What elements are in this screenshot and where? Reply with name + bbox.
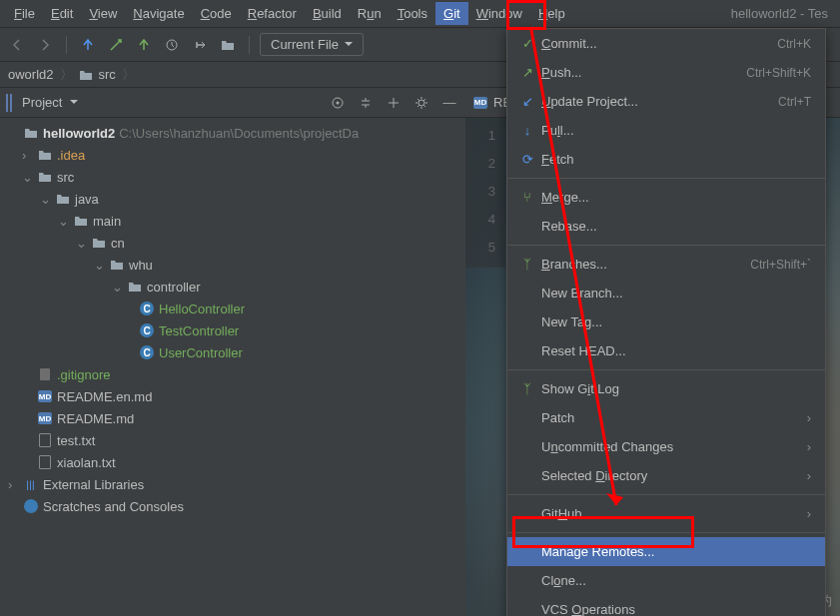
- markdown-icon: MD: [473, 97, 487, 109]
- markdown-icon: MD: [38, 390, 52, 402]
- breadcrumb-project[interactable]: oworld2: [8, 67, 54, 82]
- git-commit[interactable]: ✓Commit...Ctrl+K: [507, 29, 825, 58]
- git-new-tag[interactable]: New Tag...: [507, 308, 825, 336]
- class-icon: C: [140, 323, 154, 337]
- tree-readme[interactable]: MD README.md: [0, 407, 465, 429]
- vcs-push-icon[interactable]: [133, 34, 155, 56]
- run-config-select[interactable]: Current File: [260, 33, 364, 56]
- git-pull[interactable]: ↓Pull...: [507, 116, 825, 145]
- git-clone[interactable]: Clone...: [507, 566, 825, 595]
- git-manage-remotes[interactable]: Manage Remotes...: [507, 537, 825, 566]
- vcs-rollback-icon[interactable]: [189, 34, 211, 56]
- library-icon: ⫼: [22, 476, 40, 492]
- menu-edit[interactable]: Edit: [43, 2, 81, 25]
- git-branches[interactable]: ᛉBranches...Ctrl+Shift+`: [507, 250, 825, 279]
- git-rebase[interactable]: Rebase...: [507, 212, 825, 241]
- svg-point-2: [337, 101, 340, 104]
- menu-navigate[interactable]: Navigate: [125, 2, 192, 25]
- push-icon: ↗: [517, 65, 537, 80]
- menu-tools[interactable]: Tools: [390, 2, 435, 25]
- markdown-icon: MD: [38, 412, 52, 424]
- pull-icon: ↓: [517, 123, 537, 138]
- tree-src[interactable]: ⌄ src: [0, 166, 465, 188]
- menu-view[interactable]: View: [81, 2, 125, 25]
- editor-gutter: 1 2 3 4 5: [465, 118, 505, 268]
- vcs-history-icon[interactable]: [161, 34, 183, 56]
- git-selected-directory[interactable]: Selected Directory›: [507, 461, 825, 490]
- git-fetch[interactable]: ⟳Fetch: [507, 145, 825, 174]
- git-patch[interactable]: Patch›: [507, 403, 825, 432]
- scratch-icon: [24, 499, 38, 513]
- text-file-icon: [39, 455, 51, 469]
- tree-cn[interactable]: ⌄ cn: [0, 232, 465, 254]
- select-opened-file-icon[interactable]: [328, 93, 348, 113]
- git-reset-head[interactable]: Reset HEAD...: [507, 336, 825, 365]
- git-push[interactable]: ↗Push...Ctrl+Shift+K: [507, 58, 825, 87]
- project-tool-header: Project —: [0, 88, 465, 118]
- class-icon: C: [140, 302, 154, 315]
- menu-code[interactable]: Code: [193, 2, 240, 25]
- tree-controller[interactable]: ⌄ controller: [0, 276, 465, 298]
- expand-all-icon[interactable]: [356, 93, 376, 113]
- commit-icon: ✓: [517, 36, 537, 51]
- menu-refactor[interactable]: Refactor: [240, 2, 305, 25]
- tree-main[interactable]: ⌄ main: [0, 210, 465, 232]
- tree-scratches[interactable]: Scratches and Consoles: [0, 495, 465, 517]
- menu-file[interactable]: File: [6, 2, 43, 25]
- folder-icon: [79, 69, 93, 81]
- menu-git[interactable]: Git: [435, 2, 468, 25]
- class-icon: C: [140, 345, 154, 359]
- open-file-icon[interactable]: [217, 34, 239, 56]
- git-new-branch[interactable]: New Branch...: [507, 279, 825, 308]
- tree-java[interactable]: ⌄ java: [0, 188, 465, 210]
- menubar: File Edit View Navigate Code Refactor Bu…: [0, 0, 840, 28]
- tree-external-libraries[interactable]: ›⫼ External Libraries: [0, 473, 465, 495]
- branch-icon: ᛉ: [517, 257, 537, 272]
- git-update-project[interactable]: ↙Update Project...Ctrl+T: [507, 87, 825, 116]
- tree-testtxt[interactable]: test.txt: [0, 429, 465, 451]
- merge-icon: ⑂: [517, 190, 537, 205]
- git-menu-dropdown: ✓Commit...Ctrl+K ↗Push...Ctrl+Shift+K ↙U…: [506, 28, 826, 616]
- project-tool-window: Project — helloworld2 C:\Users\hanzhuan\…: [0, 88, 465, 616]
- tool-grip-icon[interactable]: [6, 94, 14, 112]
- window-title: helloworld2 - Tes: [731, 6, 834, 21]
- menu-run[interactable]: Run: [350, 2, 390, 25]
- collapse-all-icon[interactable]: [384, 93, 404, 113]
- gear-icon[interactable]: [412, 93, 431, 113]
- svg-rect-4: [40, 368, 50, 380]
- git-uncommitted[interactable]: Uncommitted Changes›: [507, 432, 825, 461]
- git-merge[interactable]: ⑂Merge...: [507, 183, 825, 212]
- menu-help[interactable]: Help: [530, 2, 573, 25]
- log-icon: ᛉ: [517, 381, 537, 396]
- tree-readme-en[interactable]: MD README.en.md: [0, 385, 465, 407]
- chevron-down-icon[interactable]: [70, 100, 78, 105]
- nav-forward-icon[interactable]: [34, 34, 56, 56]
- menu-build[interactable]: Build: [305, 2, 350, 25]
- vcs-commit-icon[interactable]: [105, 34, 127, 56]
- update-icon: ↙: [517, 94, 537, 109]
- hide-icon[interactable]: —: [439, 93, 459, 113]
- menu-window[interactable]: Window: [468, 2, 530, 25]
- nav-back-icon[interactable]: [6, 34, 28, 56]
- git-show-log[interactable]: ᛉShow Git Log: [507, 374, 825, 403]
- vcs-update-icon[interactable]: [77, 34, 99, 56]
- tree-file-test[interactable]: C TestController: [0, 319, 465, 341]
- project-tree[interactable]: helloworld2 C:\Users\hanzhuan\Documents\…: [0, 118, 465, 521]
- tree-file-hello[interactable]: C HelloController: [0, 298, 465, 319]
- text-file-icon: [39, 433, 51, 447]
- svg-point-3: [419, 100, 424, 106]
- git-github[interactable]: GitHub›: [507, 499, 825, 528]
- project-tool-title[interactable]: Project: [22, 95, 62, 110]
- tree-root[interactable]: helloworld2 C:\Users\hanzhuan\Documents\…: [0, 122, 465, 144]
- tree-xiaolan[interactable]: xiaolan.txt: [0, 451, 465, 473]
- git-vcs-operations[interactable]: VCS Operations: [507, 595, 825, 616]
- tree-file-user[interactable]: C UserController: [0, 341, 465, 363]
- breadcrumb-src[interactable]: src: [99, 67, 116, 82]
- tree-whu[interactable]: ⌄ whu: [0, 254, 465, 276]
- tree-idea[interactable]: › .idea: [0, 144, 465, 166]
- fetch-icon: ⟳: [517, 152, 537, 167]
- tree-gitignore[interactable]: .gitignore: [0, 363, 465, 385]
